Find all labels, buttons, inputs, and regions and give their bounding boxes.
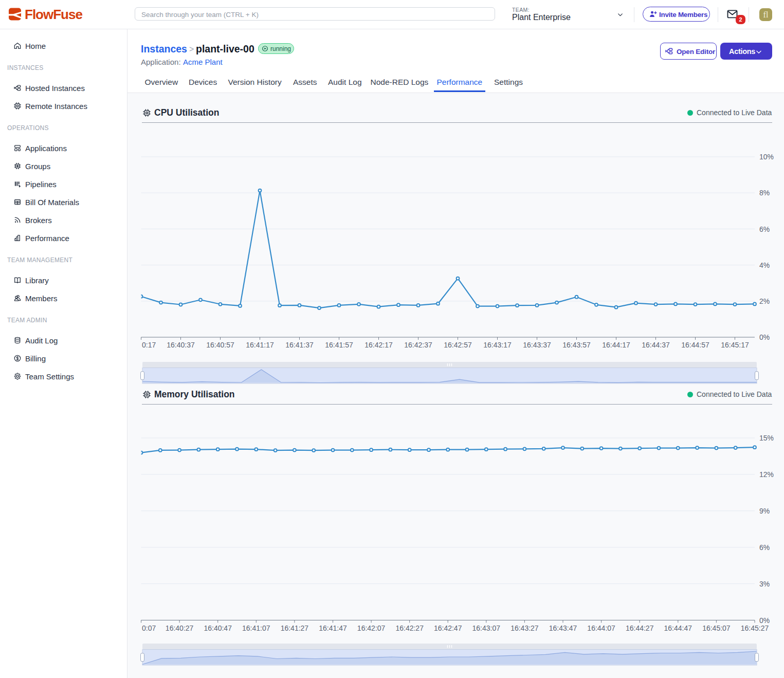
svg-text:16:42:07: 16:42:07 bbox=[357, 624, 386, 632]
svg-text:16:43:17: 16:43:17 bbox=[483, 341, 512, 349]
svg-text:16:41:37: 16:41:37 bbox=[285, 341, 314, 349]
svg-text:0%: 0% bbox=[759, 616, 770, 625]
svg-text:16:44:07: 16:44:07 bbox=[587, 624, 615, 632]
svg-text:16:40:37: 16:40:37 bbox=[167, 341, 195, 349]
svg-text:16:45:07: 16:45:07 bbox=[702, 624, 731, 632]
svg-text:16:44:37: 16:44:37 bbox=[642, 341, 670, 349]
svg-text:16:43:37: 16:43:37 bbox=[523, 341, 551, 349]
svg-text:16:41:17: 16:41:17 bbox=[246, 341, 274, 349]
svg-text:6%: 6% bbox=[759, 225, 770, 233]
svg-text:8%: 8% bbox=[759, 189, 770, 197]
svg-text:16:42:27: 16:42:27 bbox=[395, 624, 424, 632]
svg-text:9%: 9% bbox=[759, 507, 770, 515]
svg-text:0%: 0% bbox=[759, 333, 770, 341]
svg-text:2%: 2% bbox=[759, 297, 770, 305]
svg-text:16:42:57: 16:42:57 bbox=[444, 341, 472, 349]
svg-text:6%: 6% bbox=[759, 543, 770, 552]
svg-text:16:41:27: 16:41:27 bbox=[281, 624, 309, 632]
svg-text:4%: 4% bbox=[759, 261, 770, 269]
svg-text:16:43:57: 16:43:57 bbox=[562, 341, 591, 349]
svg-text:16:44:57: 16:44:57 bbox=[681, 341, 709, 349]
svg-text:12%: 12% bbox=[759, 470, 774, 479]
svg-text:3%: 3% bbox=[759, 580, 770, 588]
svg-text:16:40:27: 16:40:27 bbox=[166, 624, 194, 632]
svg-text:16:44:47: 16:44:47 bbox=[664, 624, 692, 632]
svg-text:16:43:07: 16:43:07 bbox=[472, 624, 501, 632]
svg-text:16:45:17: 16:45:17 bbox=[721, 341, 749, 349]
svg-text:16:44:27: 16:44:27 bbox=[626, 624, 654, 632]
svg-text:16:42:37: 16:42:37 bbox=[404, 341, 432, 349]
svg-text:16:41:57: 16:41:57 bbox=[325, 341, 353, 349]
svg-text:16:43:27: 16:43:27 bbox=[510, 624, 539, 632]
svg-text:16:41:07: 16:41:07 bbox=[242, 624, 270, 632]
svg-text:16:40:57: 16:40:57 bbox=[206, 341, 234, 349]
svg-text:16:42:47: 16:42:47 bbox=[434, 624, 462, 632]
svg-text:16:43:47: 16:43:47 bbox=[549, 624, 577, 632]
svg-text:16:44:17: 16:44:17 bbox=[602, 341, 630, 349]
svg-text:16:40:47: 16:40:47 bbox=[204, 624, 232, 632]
svg-text:10%: 10% bbox=[759, 153, 774, 161]
svg-text:0:07: 0:07 bbox=[142, 624, 156, 632]
svg-text:15%: 15% bbox=[759, 434, 774, 442]
svg-text:16:45:27: 16:45:27 bbox=[741, 624, 769, 632]
svg-text:0:17: 0:17 bbox=[142, 341, 156, 349]
svg-text:16:42:17: 16:42:17 bbox=[364, 341, 393, 349]
svg-text:16:41:47: 16:41:47 bbox=[319, 624, 347, 632]
